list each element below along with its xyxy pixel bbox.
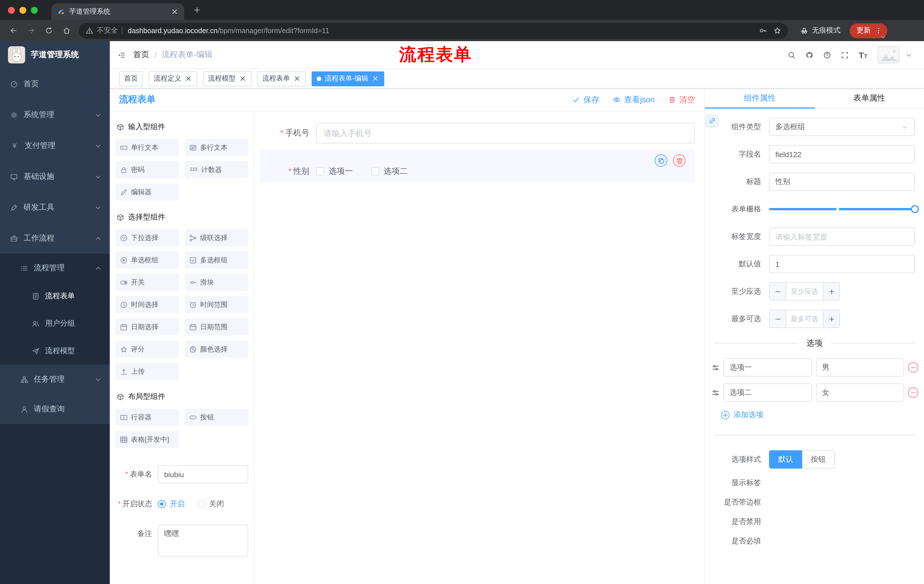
canvas-field-gender-selected[interactable]: 性别 选项一 选项二 xyxy=(260,149,695,182)
label-width-input[interactable] xyxy=(769,227,915,246)
tag-close-icon[interactable] xyxy=(293,75,301,82)
sidebar-item-home[interactable]: 首页 xyxy=(0,69,110,99)
sidebar-item-process-form[interactable]: 流程表单 xyxy=(0,282,110,310)
copy-field-button[interactable] xyxy=(655,154,667,167)
component-multi-line-text[interactable]: 多行文本 xyxy=(185,139,248,156)
checkbox-box[interactable] xyxy=(371,168,379,175)
security-warning-icon[interactable] xyxy=(86,27,93,34)
save-button[interactable]: 保存 xyxy=(573,95,599,105)
canvas-field-phone[interactable]: 手机号 xyxy=(260,123,695,143)
component-single-line-text[interactable]: 单行文本 xyxy=(116,139,179,156)
browser-tab[interactable]: 芋道管理系统 xyxy=(51,3,184,20)
sidebar-item-leave-query[interactable]: 请假查询 xyxy=(0,394,110,424)
back-button[interactable] xyxy=(6,23,21,38)
remove-option-button[interactable] xyxy=(908,387,918,398)
tag-process-definition[interactable]: 流程定义 xyxy=(148,71,197,86)
tag-close-icon[interactable] xyxy=(239,75,246,82)
sidebar-item-task-management[interactable]: 任务管理 xyxy=(0,365,110,394)
decrease-button[interactable] xyxy=(770,283,786,300)
decrease-button[interactable] xyxy=(770,310,786,327)
bookmark-star-icon[interactable] xyxy=(774,27,781,34)
sidebar-item-workflow[interactable]: 工作流程 xyxy=(0,223,110,254)
title-input[interactable] xyxy=(769,173,915,191)
window-close-button[interactable] xyxy=(8,7,15,13)
form-grid-slider[interactable] xyxy=(769,200,915,218)
status-radio-on[interactable]: 开启 xyxy=(158,495,185,513)
status-radio-off[interactable]: 关闭 xyxy=(197,495,224,513)
component-cascader[interactable]: 级联选择 xyxy=(185,229,248,246)
min-select-input[interactable] xyxy=(786,283,823,300)
add-option-button[interactable]: 添加选项 xyxy=(721,410,915,420)
breadcrumb-home[interactable]: 首页 xyxy=(133,50,149,60)
option-1-name-input[interactable] xyxy=(723,358,812,377)
tag-process-form-edit[interactable]: 流程表单-编辑 xyxy=(312,71,384,86)
default-value-input[interactable] xyxy=(769,255,915,273)
component-row-container[interactable]: 行容器 xyxy=(116,409,179,426)
component-switch[interactable]: 开关 xyxy=(116,274,179,291)
tab-close-icon[interactable] xyxy=(171,8,178,15)
sidebar-item-infrastructure[interactable]: 基础设施 xyxy=(0,161,110,192)
sidebar-item-process-management[interactable]: 流程管理 xyxy=(0,254,110,282)
increase-button[interactable] xyxy=(823,283,839,300)
search-icon[interactable] xyxy=(788,51,795,59)
remove-option-button[interactable] xyxy=(908,362,918,373)
sidebar-item-process-model[interactable]: 流程模型 xyxy=(0,337,110,365)
delete-field-button[interactable] xyxy=(673,154,686,167)
new-tab-button[interactable] xyxy=(193,6,201,14)
tag-close-icon[interactable] xyxy=(372,75,379,82)
component-select[interactable]: 下拉选择 xyxy=(116,229,179,246)
component-checkbox-group[interactable]: 多选框组 xyxy=(185,252,248,268)
component-password[interactable]: 密码 xyxy=(116,161,179,178)
component-button[interactable]: 按钮 xyxy=(185,409,248,426)
form-remark-textarea[interactable]: 嘿嘿 xyxy=(158,525,248,556)
link-icon[interactable] xyxy=(706,115,718,126)
view-json-button[interactable]: 查看json xyxy=(613,95,655,105)
sidebar-item-devtools[interactable]: 研发工具 xyxy=(0,192,110,223)
slider-track[interactable] xyxy=(769,208,915,210)
component-date-range[interactable]: 日期范围 xyxy=(185,318,248,336)
checkbox-box[interactable] xyxy=(316,168,324,175)
sidebar-item-payment[interactable]: ¥ 支付管理 xyxy=(0,130,110,161)
window-zoom-button[interactable] xyxy=(31,7,38,13)
sidebar-logo[interactable]: 芋道管理系统 xyxy=(0,41,110,69)
component-slider[interactable]: 滑块 xyxy=(185,274,248,291)
avatar[interactable] xyxy=(878,46,899,63)
address-bar[interactable]: 不安全 dashboard.yudao.iocoder.cn /bpm/mana… xyxy=(79,23,788,39)
component-time-picker[interactable]: 时间选择 xyxy=(116,296,179,313)
reload-button[interactable] xyxy=(41,23,57,38)
tab-form-properties[interactable]: 表单属性 xyxy=(815,89,924,108)
tag-close-icon[interactable] xyxy=(185,75,192,82)
gender-option-1-checkbox[interactable]: 选项一 xyxy=(316,166,353,176)
component-type-select[interactable]: 多选框组 xyxy=(769,118,915,136)
component-table[interactable]: 表格[开发中] xyxy=(116,431,179,448)
option-2-name-input[interactable] xyxy=(723,383,812,402)
toolbar-chevron-down-icon[interactable] xyxy=(879,33,887,41)
tag-process-form[interactable]: 流程表单 xyxy=(257,71,306,86)
forward-button[interactable] xyxy=(23,23,39,38)
drag-handle-icon[interactable] xyxy=(712,364,719,371)
component-upload[interactable]: 上传 xyxy=(116,363,179,380)
tag-process-model[interactable]: 流程模型 xyxy=(203,71,252,86)
gender-option-2-checkbox[interactable]: 选项二 xyxy=(371,166,408,176)
font-size-icon[interactable]: TT xyxy=(858,51,867,59)
slider-handle[interactable] xyxy=(911,205,919,213)
style-button-button[interactable]: 按钮 xyxy=(802,450,835,469)
home-button[interactable] xyxy=(59,23,74,38)
tag-home[interactable]: 首页 xyxy=(119,71,143,86)
component-date-picker[interactable]: 日期选择 xyxy=(116,318,179,336)
fullscreen-icon[interactable] xyxy=(841,51,848,59)
component-counter[interactable]: 123计数器 xyxy=(185,161,248,178)
tab-component-properties[interactable]: 组件属性 xyxy=(705,89,815,108)
sidebar-fold-icon[interactable] xyxy=(118,51,125,59)
option-2-value-input[interactable] xyxy=(816,383,904,402)
field-name-input[interactable] xyxy=(769,145,915,163)
clear-button[interactable]: 清空 xyxy=(668,95,695,105)
sidebar-item-user-group[interactable]: 用户分组 xyxy=(0,310,110,337)
component-editor[interactable]: 编辑器 xyxy=(116,183,179,201)
phone-field-input[interactable] xyxy=(316,123,695,143)
github-icon[interactable] xyxy=(805,51,813,59)
max-select-input[interactable] xyxy=(786,310,823,327)
increase-button[interactable] xyxy=(823,310,839,327)
drag-handle-icon[interactable] xyxy=(712,389,719,396)
form-name-input[interactable] xyxy=(158,465,248,484)
